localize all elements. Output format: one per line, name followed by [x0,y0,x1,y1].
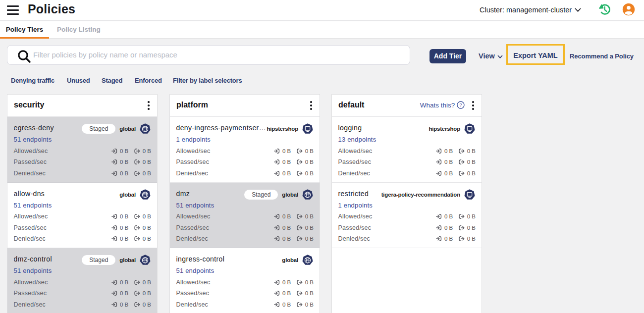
svg-text:?: ? [459,102,462,107]
